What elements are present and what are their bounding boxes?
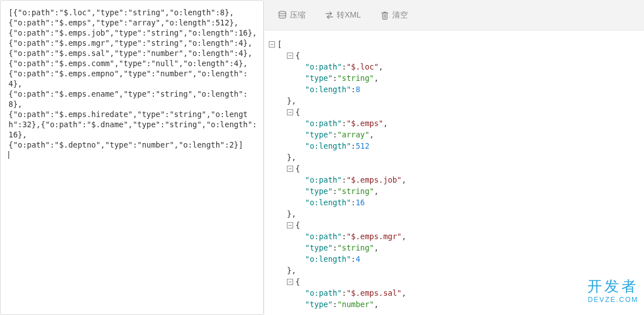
collapse-toggle[interactable]: − (287, 109, 293, 115)
to-xml-label: 转XML (337, 10, 361, 20)
tree-line: }, (269, 265, 644, 276)
tree-line: "type":"string", (269, 185, 644, 197)
tree-line: "o:path":"$.emps.sal", (269, 287, 644, 299)
collapse-toggle[interactable]: − (287, 166, 293, 172)
tree-line: }, (269, 208, 644, 219)
collapse-toggle[interactable]: − (287, 279, 293, 285)
tree-line: −{ (269, 106, 644, 118)
collapse-toggle[interactable]: − (287, 222, 293, 228)
tree-line: "o:path":"$.emps.mgr", (269, 231, 644, 242)
tree-line: "o:length":16 (269, 197, 644, 208)
swap-icon (325, 11, 334, 20)
tree-line: }, (269, 152, 644, 163)
svg-point-0 (279, 11, 286, 13)
text-cursor (8, 151, 9, 159)
tree-line: −{ (269, 219, 644, 231)
right-panel: 压缩 转XML 清空 −[−{"o:path":"$.loc","type":"… (264, 0, 644, 315)
collapse-toggle[interactable]: − (269, 41, 275, 48)
raw-json-editor[interactable]: [{"o:path":"$.loc","type":"string","o:le… (0, 0, 264, 315)
json-tree-viewer[interactable]: −[−{"o:path":"$.loc","type":"string","o:… (264, 31, 644, 315)
compress-button[interactable]: 压缩 (278, 10, 306, 20)
database-icon (278, 11, 287, 20)
tree-line: −{ (269, 276, 644, 287)
tree-line: "o:length":4 (269, 253, 644, 265)
tree-line: "type":"array", (269, 129, 644, 140)
compress-label: 压缩 (290, 10, 306, 20)
tree-line: "o:path":"$.loc", (269, 61, 644, 72)
tree-line: }, (269, 95, 644, 106)
app-root: [{"o:path":"$.loc","type":"string","o:le… (0, 0, 644, 315)
tree-line: "o:path":"$.emps.job", (269, 174, 644, 185)
tree-line: "type":"number", (269, 299, 644, 310)
trash-icon (380, 11, 389, 20)
tree-line: −[ (269, 38, 644, 50)
tree-line: −{ (269, 50, 644, 61)
clear-button[interactable]: 清空 (380, 10, 408, 20)
toolbar: 压缩 转XML 清空 (264, 0, 644, 31)
tree-line: −{ (269, 163, 644, 174)
tree-line: "o:length":512 (269, 140, 644, 152)
to-xml-button[interactable]: 转XML (325, 10, 361, 20)
clear-label: 清空 (392, 10, 408, 20)
tree-line: "type":"string", (269, 242, 644, 253)
tree-line: "type":"string", (269, 72, 644, 84)
tree-line: "o:path":"$.emps", (269, 118, 644, 129)
raw-json-text: [{"o:path":"$.loc","type":"string","o:le… (8, 8, 257, 149)
collapse-toggle[interactable]: − (287, 53, 293, 59)
tree-line: "o:length":8 (269, 84, 644, 95)
